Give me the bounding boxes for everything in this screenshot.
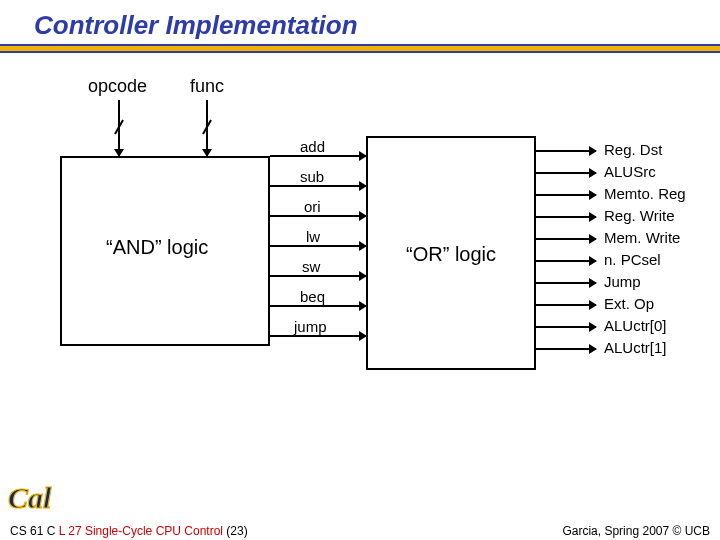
svg-text:Cal: Cal	[8, 481, 52, 514]
output-regwrite: Reg. Write	[604, 207, 675, 224]
footer-left: CS 61 C L 27 Single-Cycle CPU Control (2…	[10, 524, 248, 538]
output-jump: Jump	[604, 273, 641, 290]
footer-course: CS 61 C	[10, 524, 59, 538]
signal-sub: sub	[300, 168, 324, 185]
signal-add: add	[300, 138, 325, 155]
footer-page: (23)	[226, 524, 247, 538]
output-memtoreg: Memto. Reg	[604, 185, 686, 202]
arrow-intermediate	[270, 215, 366, 217]
arrow-intermediate	[270, 335, 366, 337]
signal-beq: beq	[300, 288, 325, 305]
arrow-output	[536, 194, 596, 196]
footer-lecture: L 27 Single-Cycle CPU Control	[59, 524, 227, 538]
output-memwrite: Mem. Write	[604, 229, 680, 246]
or-logic-label: “OR” logic	[406, 243, 496, 266]
output-aluctr1: ALUctr[1]	[604, 339, 667, 356]
arrow-intermediate	[270, 155, 366, 157]
arrow-output	[536, 238, 596, 240]
signal-lw: lw	[306, 228, 320, 245]
arrow-intermediate	[270, 305, 366, 307]
input-label-opcode: opcode	[88, 76, 147, 97]
and-logic-label: “AND” logic	[106, 236, 208, 259]
signal-sw: sw	[302, 258, 320, 275]
signal-ori: ori	[304, 198, 321, 215]
input-label-func: func	[190, 76, 224, 97]
arrow-output	[536, 172, 596, 174]
signal-jump: jump	[294, 318, 327, 335]
output-npcsel: n. PCsel	[604, 251, 661, 268]
output-regdst: Reg. Dst	[604, 141, 662, 158]
arrow-intermediate	[270, 275, 366, 277]
output-aluctr0: ALUctr[0]	[604, 317, 667, 334]
arrow-output	[536, 216, 596, 218]
arrow-output	[536, 260, 596, 262]
arrow-output	[536, 304, 596, 306]
output-alusrc: ALUSrc	[604, 163, 656, 180]
divider	[0, 51, 720, 53]
arrow-intermediate	[270, 185, 366, 187]
arrow-output	[536, 348, 596, 350]
cal-logo: Cal	[6, 478, 68, 518]
arrow-output	[536, 282, 596, 284]
arrow-output	[536, 150, 596, 152]
page-title: Controller Implementation	[34, 10, 358, 41]
arrow-output	[536, 326, 596, 328]
arrow-intermediate	[270, 245, 366, 247]
output-extop: Ext. Op	[604, 295, 654, 312]
footer-right: Garcia, Spring 2007 © UCB	[562, 524, 710, 538]
